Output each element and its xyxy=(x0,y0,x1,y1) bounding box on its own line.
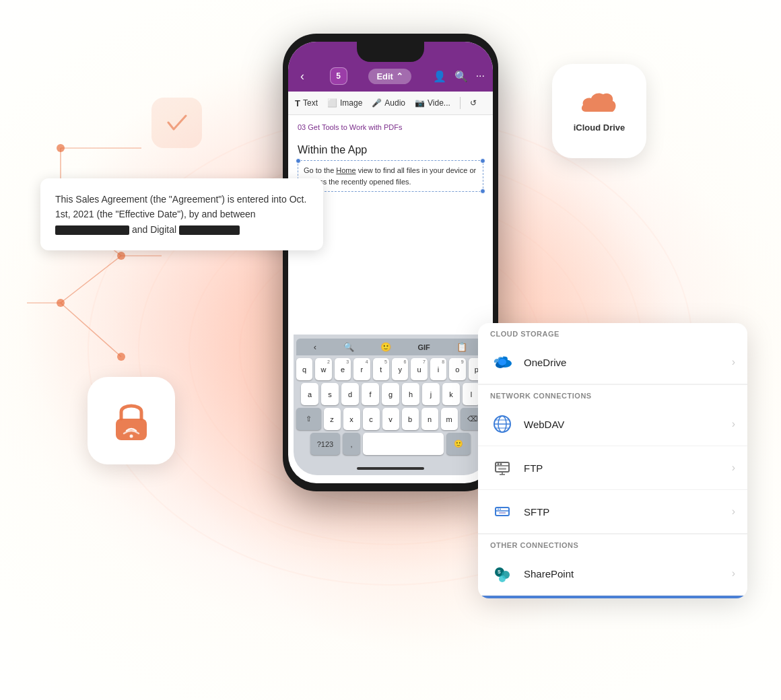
kb-key-n[interactable]: n xyxy=(421,408,438,430)
kb-key-t[interactable]: t5 xyxy=(373,358,389,380)
phone-notch xyxy=(357,42,424,62)
audio-tool[interactable]: 🎤 Audio xyxy=(372,98,405,108)
more-icon[interactable]: ··· xyxy=(476,70,485,82)
text-tool-label: Text xyxy=(303,98,318,108)
svg-point-16 xyxy=(498,359,506,365)
sftp-chevron: › xyxy=(732,505,735,518)
kb-emoji-face-key[interactable]: 🙂 xyxy=(446,433,471,455)
kb-key-s[interactable]: s xyxy=(321,383,339,405)
sharepoint-chevron: › xyxy=(732,567,735,580)
home-indicator xyxy=(357,467,424,470)
sftp-item[interactable]: SFTP › xyxy=(478,490,747,534)
kb-key-g[interactable]: g xyxy=(382,383,399,405)
video-tool-icon: 📷 xyxy=(415,98,425,108)
kb-clipboard-icon[interactable]: 📋 xyxy=(456,342,467,352)
undo-tool[interactable]: ↺ xyxy=(470,98,477,108)
kb-key-b[interactable]: b xyxy=(402,408,419,430)
kb-key-h[interactable]: h xyxy=(402,383,419,405)
kb-key-y[interactable]: y6 xyxy=(392,358,408,380)
kb-key-k[interactable]: k xyxy=(442,383,460,405)
edit-button[interactable]: Edit ⌃ xyxy=(368,69,411,84)
kb-key-r[interactable]: r4 xyxy=(353,358,370,380)
back-button[interactable]: ‹ xyxy=(296,68,308,85)
kb-shift-key[interactable]: ⇧ xyxy=(296,408,321,430)
image-tool-icon: ⬜ xyxy=(327,98,337,108)
checkmark-icon xyxy=(162,108,192,138)
phone-screen: ‹ 5 Edit ⌃ 👤 🔍 ··· T Text ⬜ Image xyxy=(288,42,493,483)
kb-key-x[interactable]: x xyxy=(343,408,360,430)
kb-key-d[interactable]: d xyxy=(341,383,359,405)
sharepoint-item[interactable]: S SharePoint › xyxy=(478,552,747,596)
kb-back-icon[interactable]: ‹ xyxy=(314,342,316,352)
kb-comma-key[interactable]: , xyxy=(343,433,360,455)
ftp-icon xyxy=(490,456,514,480)
toolbar-divider xyxy=(460,97,461,109)
icloud-widget: iCloud Drive xyxy=(552,64,646,158)
kb-key-c[interactable]: c xyxy=(363,408,380,430)
redacted-text-1 xyxy=(55,225,129,235)
svg-point-33 xyxy=(500,509,501,510)
kb-space-key[interactable] xyxy=(363,433,444,455)
audio-tool-icon: 🎤 xyxy=(372,98,382,108)
onedrive-label: OneDrive xyxy=(524,357,732,368)
ftp-label: FTP xyxy=(524,462,732,474)
kb-key-w[interactable]: w2 xyxy=(315,358,331,380)
kb-key-v[interactable]: v xyxy=(382,408,399,430)
panel-bottom-accent xyxy=(478,596,747,598)
kb-key-i[interactable]: i8 xyxy=(430,358,446,380)
kb-key-f[interactable]: f xyxy=(362,383,379,405)
undo-icon: ↺ xyxy=(470,98,477,108)
text-tool[interactable]: T Text xyxy=(295,98,318,108)
person-icon[interactable]: 👤 xyxy=(433,70,446,83)
popup-text: This Sales Agreement (the "Agreement") i… xyxy=(55,192,308,237)
kb-key-q[interactable]: q xyxy=(296,358,312,380)
selection-handle-br xyxy=(480,188,485,194)
icloud-label: iCloud Drive xyxy=(574,123,625,133)
ftp-chevron: › xyxy=(732,462,735,474)
phone-frame: ‹ 5 Edit ⌃ 👤 🔍 ··· T Text ⬜ Image xyxy=(283,34,498,491)
selection-handle-tl xyxy=(296,158,301,164)
sftp-icon xyxy=(490,499,514,524)
keyboard-toolbar: ‹ 🔍 🙂 GIF 📋 xyxy=(296,339,485,355)
kb-key-u[interactable]: u7 xyxy=(411,358,427,380)
image-tool[interactable]: ⬜ Image xyxy=(327,98,362,108)
video-tool-label: Vide... xyxy=(428,98,450,108)
within-title: Within the App xyxy=(298,144,483,156)
svg-rect-35 xyxy=(499,512,506,514)
svg-point-32 xyxy=(498,509,499,510)
search-icon[interactable]: 🔍 xyxy=(454,70,468,83)
text-tool-icon: T xyxy=(295,98,300,108)
webdav-item[interactable]: WebDAV › xyxy=(478,403,747,446)
kb-key-e[interactable]: e3 xyxy=(335,358,351,380)
doc-content: 03 Get Tools to Work with PDFs xyxy=(288,115,493,140)
toolbar: T Text ⬜ Image 🎤 Audio 📷 Vide... ↺ xyxy=(288,92,493,115)
kb-row-1: q w2 e3 r4 t5 y6 u7 i8 o9 p0 xyxy=(296,358,485,380)
kb-search-icon[interactable]: 🔍 xyxy=(343,342,354,352)
kb-key-a[interactable]: a xyxy=(301,383,318,405)
kb-num-key[interactable]: ?123 xyxy=(310,433,340,455)
svg-point-25 xyxy=(500,463,502,465)
sftp-label: SFTP xyxy=(524,506,732,518)
kb-key-m[interactable]: m xyxy=(441,408,458,430)
onedrive-item[interactable]: OneDrive › xyxy=(478,341,747,384)
checkmark-widget xyxy=(151,98,202,148)
kb-emoji-icon[interactable]: 🙂 xyxy=(380,342,391,352)
page-badge: 5 xyxy=(330,67,347,85)
svg-rect-30 xyxy=(496,508,509,516)
home-link[interactable]: Home xyxy=(336,166,355,174)
icloud-icon xyxy=(579,90,619,117)
svg-text:S: S xyxy=(498,569,501,574)
kb-gif-btn[interactable]: GIF xyxy=(417,343,430,351)
video-tool[interactable]: 📷 Vide... xyxy=(415,98,450,108)
kb-key-j[interactable]: j xyxy=(422,383,440,405)
keyboard: ‹ 🔍 🙂 GIF 📋 q w2 e3 r4 t5 y6 u7 i8 o9 p0 xyxy=(294,335,487,475)
svg-line-8 xyxy=(61,303,121,357)
kb-key-o[interactable]: o9 xyxy=(449,358,465,380)
kb-key-z[interactable]: z xyxy=(324,408,341,430)
redacted-text-2 xyxy=(179,225,240,235)
cloud-storage-panel: CLOUD STORAGE OneDrive › NETWORK CONNECT… xyxy=(478,323,747,598)
lock-icon xyxy=(108,397,155,444)
kb-row-2: a s d f g h j k l xyxy=(296,383,485,405)
doc-link[interactable]: 03 Get Tools to Work with PDFs xyxy=(298,123,402,131)
ftp-item[interactable]: FTP › xyxy=(478,446,747,490)
